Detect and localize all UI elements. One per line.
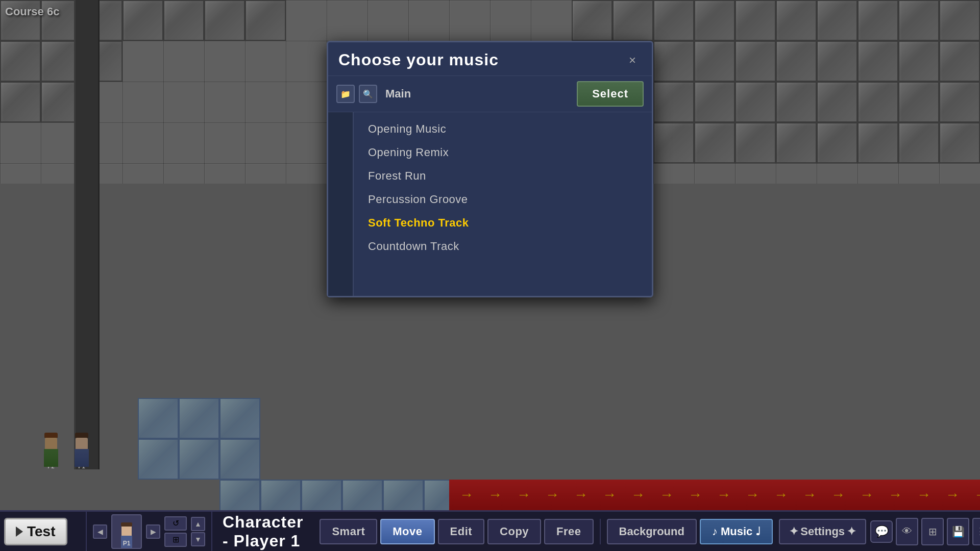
char-up-button[interactable]: ▲ xyxy=(191,517,205,531)
music-item-opening-remix[interactable]: Opening Remix xyxy=(362,142,644,163)
music-button[interactable]: ♪ Music ♩ xyxy=(700,519,773,544)
music-item-percussion-groove[interactable]: Percussion Groove xyxy=(362,189,644,210)
settings-chevron-left: ✦ xyxy=(789,525,798,538)
test-section: Test xyxy=(0,512,87,551)
char-portrait: P1 xyxy=(111,514,142,549)
char-select-section: ◀ P1 ▶ ↺ ⊞ ▲ ▼ xyxy=(87,512,212,551)
folder-icon: 📁 xyxy=(340,89,351,99)
dialog-content: Opening Music Opening Remix Forest Run P… xyxy=(328,112,652,296)
bottom-toolbar: Test ◀ P1 ▶ ↺ ⊞ ▲ ▼ Character xyxy=(0,510,980,551)
settings-button[interactable]: ✦ Settings ✦ xyxy=(779,519,866,544)
toolbar-path: Main xyxy=(385,87,411,101)
test-button[interactable]: Test xyxy=(4,518,67,545)
char-copy-button[interactable]: ⊞ xyxy=(164,533,187,547)
copy-icon: ⊞ xyxy=(173,535,179,544)
chat-button[interactable]: 💬 xyxy=(870,520,893,543)
right-icon-row: 💬 👁 ⊞ 💾 ☰ xyxy=(866,518,980,545)
music-button-label: Music xyxy=(721,525,752,538)
up-down-nav: ▲ ▼ xyxy=(191,517,205,546)
dialog-title-bar: Choose your music × xyxy=(328,42,652,76)
note-icon-right: ♩ xyxy=(755,525,761,538)
dialog-sidebar xyxy=(328,112,354,296)
music-dialog: Choose your music × 📁 🔍 Main Select Open… xyxy=(327,41,653,297)
copy-button[interactable]: Copy xyxy=(487,519,541,544)
settings-button-label: Settings xyxy=(800,525,845,538)
character-info: Character - Player 1 xyxy=(212,513,313,550)
settings-chevron-right: ✦ xyxy=(847,525,856,538)
reset-icon: ↺ xyxy=(173,518,179,528)
grid-icon: ⊞ xyxy=(928,525,937,538)
eye-icon: 👁 xyxy=(902,525,912,537)
move-button[interactable]: Move xyxy=(380,519,434,544)
chat-icon: 💬 xyxy=(875,525,889,538)
note-icon-left: ♪ xyxy=(712,525,718,538)
search-icon-button[interactable]: 🔍 xyxy=(359,85,377,103)
grid-button[interactable]: ⊞ xyxy=(921,518,944,545)
dialog-title: Choose your music xyxy=(338,51,499,69)
menu-extra-button[interactable]: ☰ xyxy=(972,518,980,545)
dialog-toolbar: 📁 🔍 Main Select xyxy=(328,76,652,112)
free-button[interactable]: Free xyxy=(544,519,593,544)
action-buttons: Smart Move Edit Copy Free xyxy=(313,512,599,551)
background-button[interactable]: Background xyxy=(607,519,697,544)
char-reset-button[interactable]: ↺ xyxy=(164,516,187,531)
search-icon: 🔍 xyxy=(363,89,373,99)
char-actions: ↺ ⊞ xyxy=(164,516,187,547)
char-next-button[interactable]: ▶ xyxy=(146,524,160,539)
select-button[interactable]: Select xyxy=(577,81,644,107)
modal-overlay: Choose your music × 📁 🔍 Main Select Open… xyxy=(0,0,980,551)
music-item-opening-music[interactable]: Opening Music xyxy=(362,118,644,140)
folder-icon-button[interactable]: 📁 xyxy=(336,85,355,103)
save-button[interactable]: 💾 xyxy=(947,518,969,545)
test-button-label: Test xyxy=(27,523,56,540)
save-icon: 💾 xyxy=(952,525,965,538)
music-item-soft-techno-track[interactable]: Soft Techno Track xyxy=(362,212,644,234)
music-list: Opening Music Opening Remix Forest Run P… xyxy=(354,112,652,296)
music-item-countdown-track[interactable]: Countdown Track xyxy=(362,236,644,257)
bg-music-section: Background ♪ Music ♩ xyxy=(600,519,779,544)
portrait-label: P1 xyxy=(123,540,131,547)
char-prev-button[interactable]: ◀ xyxy=(93,524,107,539)
smart-button[interactable]: Smart xyxy=(320,519,377,544)
play-icon xyxy=(16,527,23,537)
char-down-button[interactable]: ▼ xyxy=(191,532,205,546)
dialog-close-button[interactable]: × xyxy=(623,51,642,69)
edit-button[interactable]: Edit xyxy=(438,519,485,544)
music-item-forest-run[interactable]: Forest Run xyxy=(362,165,644,187)
eye-button[interactable]: 👁 xyxy=(896,518,918,545)
